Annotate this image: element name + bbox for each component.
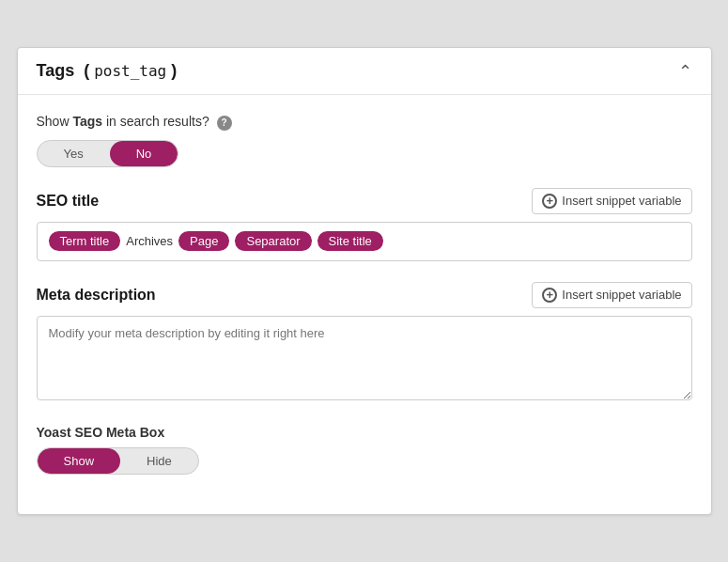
yes-no-toggle: Yes No [37, 140, 179, 167]
seo-title-field[interactable]: Term title Archives Page Separator Site … [37, 222, 692, 261]
meta-description-section: Meta description + Insert snippet variab… [37, 282, 692, 404]
yes-button[interactable]: Yes [38, 141, 110, 166]
panel-body: Show Tags in search results? ? Yes No SE… [18, 95, 711, 513]
label-before: Show [37, 114, 73, 129]
seo-title-insert-btn[interactable]: + Insert snippet variable [532, 188, 691, 214]
panel-header: Tags ( post_tag ) ⌃ [18, 48, 711, 95]
title-code: post_tag [94, 62, 166, 80]
text-archives: Archives [126, 234, 173, 248]
panel-title: Tags ( post_tag ) [37, 61, 178, 81]
show-hide-toggle: Show Hide [37, 447, 199, 475]
pill-site-title: Site title [318, 231, 383, 251]
seo-title-section: SEO title + Insert snippet variable Term… [37, 188, 692, 261]
meta-description-textarea[interactable] [37, 316, 692, 400]
show-button[interactable]: Show [38, 448, 121, 474]
pill-page: Page [178, 231, 229, 251]
hide-button[interactable]: Hide [120, 448, 198, 474]
label-bold: Tags [72, 114, 102, 129]
meta-insert-btn[interactable]: + Insert snippet variable [532, 282, 691, 308]
label-after: in search results? [102, 114, 209, 129]
meta-description-label: Meta description [37, 287, 156, 304]
show-tags-label: Show Tags in search results? ? [37, 114, 692, 130]
seo-title-label: SEO title [37, 193, 100, 210]
insert-btn-label: Insert snippet variable [562, 194, 681, 208]
search-results-section: Show Tags in search results? ? Yes No [37, 114, 692, 166]
meta-plus-icon: + [542, 288, 557, 303]
collapse-icon[interactable]: ⌃ [678, 63, 692, 80]
meta-description-row: Meta description + Insert snippet variab… [37, 282, 692, 308]
meta-insert-label: Insert snippet variable [562, 288, 681, 302]
no-button[interactable]: No [110, 141, 178, 166]
pill-term-title: Term title [49, 231, 121, 251]
plus-circle-icon: + [542, 194, 557, 209]
yoast-label: Yoast SEO Meta Box [37, 425, 692, 440]
pill-separator: Separator [235, 231, 311, 251]
title-text: Tags [37, 61, 75, 80]
tags-panel: Tags ( post_tag ) ⌃ Show Tags in search … [17, 47, 712, 514]
yoast-meta-box-section: Yoast SEO Meta Box Show Hide [37, 425, 692, 475]
help-icon[interactable]: ? [217, 116, 232, 131]
seo-title-row: SEO title + Insert snippet variable [37, 188, 692, 214]
